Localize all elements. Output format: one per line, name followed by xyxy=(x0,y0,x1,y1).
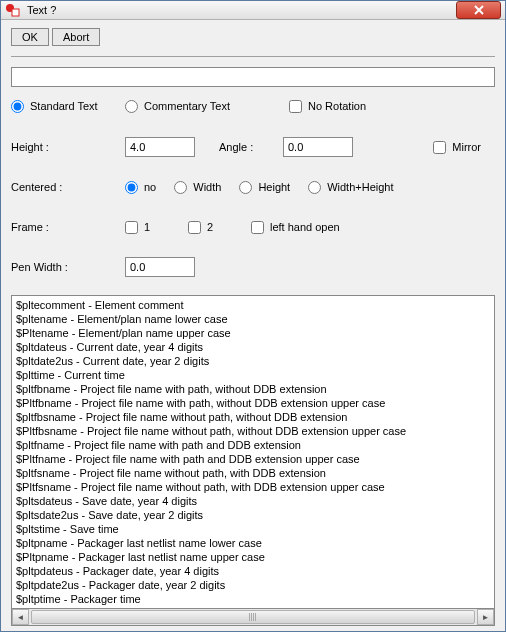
centered-width-radio[interactable]: Width xyxy=(174,181,221,194)
svg-rect-1 xyxy=(12,9,19,16)
commentary-text-label: Commentary Text xyxy=(144,100,230,112)
list-item[interactable]: $Pltpname - Packager last netlist name u… xyxy=(16,550,490,564)
ok-button[interactable]: OK xyxy=(11,28,49,46)
list-item[interactable]: $pltsdate2us - Save date, year 2 digits xyxy=(16,508,490,522)
dialog-window: Text ? OK Abort Standard Text xyxy=(0,0,506,632)
left-hand-open-check[interactable]: left hand open xyxy=(251,221,340,234)
centered-no-label: no xyxy=(144,181,156,193)
frame-1-check[interactable]: 1 xyxy=(125,221,170,234)
centered-wh-radio[interactable]: Width+Height xyxy=(308,181,393,194)
dialog-content: OK Abort Standard Text Commentary Text xyxy=(1,20,505,632)
centered-width-label: Width xyxy=(193,181,221,193)
list-item[interactable]: $Pltfbname - Project file name with path… xyxy=(16,396,490,410)
list-item[interactable]: $pltptime - Packager time xyxy=(16,592,490,606)
no-rotation-check[interactable]: No Rotation xyxy=(289,100,366,113)
angle-label: Angle : xyxy=(219,141,279,153)
list-item[interactable]: $pltfname - Project file name with path … xyxy=(16,438,490,452)
frame-1-label: 1 xyxy=(144,221,150,233)
list-item[interactable]: $pltdate2us - Current date, year 2 digit… xyxy=(16,354,490,368)
centered-label: Centered : xyxy=(11,181,121,193)
centered-no-radio[interactable]: no xyxy=(125,181,156,194)
variables-listbox[interactable]: $pltecomment - Element comment$pltename … xyxy=(11,295,495,609)
pen-width-label: Pen Width : xyxy=(11,261,121,273)
list-item[interactable]: $pltsdateus - Save date, year 4 digits xyxy=(16,494,490,508)
no-rotation-label: No Rotation xyxy=(308,100,366,112)
list-item[interactable]: $pltecomment - Element comment xyxy=(16,298,490,312)
list-item[interactable]: $Pltfsname - Project file name without p… xyxy=(16,480,490,494)
list-item[interactable]: $Pltename - Element/plan name upper case xyxy=(16,326,490,340)
centered-height-radio[interactable]: Height xyxy=(239,181,290,194)
list-item[interactable]: $pltfbsname - Project file name without … xyxy=(16,410,490,424)
frame-2-check[interactable]: 2 xyxy=(188,221,233,234)
list-item[interactable]: $Pltfname - Project file name with path … xyxy=(16,452,490,466)
frame-2-label: 2 xyxy=(207,221,213,233)
commentary-text-radio[interactable]: Commentary Text xyxy=(125,100,230,113)
close-icon xyxy=(474,5,484,15)
frame-label: Frame : xyxy=(11,221,121,233)
height-input[interactable] xyxy=(125,137,195,157)
mirror-label: Mirror xyxy=(452,141,481,153)
close-button[interactable] xyxy=(456,1,501,19)
text-input[interactable] xyxy=(11,67,495,87)
app-icon xyxy=(5,2,21,18)
centered-height-label: Height xyxy=(258,181,290,193)
list-item[interactable]: $pltfbname - Project file name with path… xyxy=(16,382,490,396)
height-label: Height : xyxy=(11,141,121,153)
list-item[interactable]: $pltdateus - Current date, year 4 digits xyxy=(16,340,490,354)
mirror-check[interactable]: Mirror xyxy=(433,141,481,154)
standard-text-radio[interactable]: Standard Text xyxy=(11,100,98,113)
separator xyxy=(11,56,495,57)
list-item[interactable]: $pltename - Element/plan name lower case xyxy=(16,312,490,326)
scroll-right-button[interactable]: ► xyxy=(477,609,494,625)
list-item[interactable]: $pltpname - Packager last netlist name l… xyxy=(16,536,490,550)
window-title: Text ? xyxy=(27,4,456,16)
pen-width-input[interactable] xyxy=(125,257,195,277)
standard-text-label: Standard Text xyxy=(30,100,98,112)
list-item[interactable]: $plttime - Current time xyxy=(16,368,490,382)
list-item[interactable]: $pltpdateus - Packager date, year 4 digi… xyxy=(16,564,490,578)
scroll-thumb[interactable] xyxy=(31,610,475,624)
horizontal-scrollbar[interactable]: ◄ ► xyxy=(11,609,495,626)
abort-button[interactable]: Abort xyxy=(52,28,100,46)
left-hand-open-label: left hand open xyxy=(270,221,340,233)
titlebar: Text ? xyxy=(1,1,505,20)
scroll-track[interactable] xyxy=(29,609,477,625)
scroll-left-button[interactable]: ◄ xyxy=(12,609,29,625)
list-item[interactable]: $Pltfbsname - Project file name without … xyxy=(16,424,490,438)
angle-input[interactable] xyxy=(283,137,353,157)
centered-wh-label: Width+Height xyxy=(327,181,393,193)
list-item[interactable]: $pltpdate2us - Packager date, year 2 dig… xyxy=(16,578,490,592)
list-item[interactable]: $pltfsname - Project file name without p… xyxy=(16,466,490,480)
list-item[interactable]: $pltstime - Save time xyxy=(16,522,490,536)
